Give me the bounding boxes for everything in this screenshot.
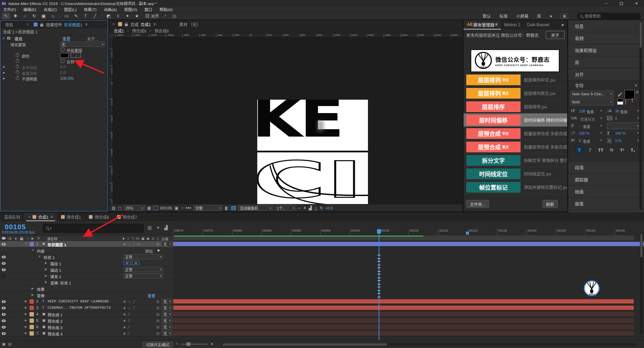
switches-column-icons[interactable]: ♣ ☼ ╲ fx ▦ ◉ ⊙ ◇ (122, 237, 160, 240)
timeline-horizontal-scrollbar[interactable] (221, 343, 637, 346)
layer-row[interactable]: ▶变换重置 (0, 292, 173, 298)
tab-close-icon[interactable]: × (26, 22, 29, 27)
toggle-switches-modes-button[interactable]: 切换开关/模式 (143, 342, 173, 347)
menu-item-动画(A)[interactable]: 动画(A) (104, 7, 117, 12)
graph-row[interactable] (173, 317, 644, 324)
composition-marker[interactable] (466, 232, 469, 235)
script-tab-脚本管理器[interactable]: AE脚本管理器 ≡ (464, 20, 501, 30)
property-twirl-icon[interactable]: ▶ (3, 77, 5, 80)
text-style-button-4[interactable]: T¹ (618, 146, 627, 154)
graph-row[interactable] (173, 279, 644, 286)
audio-column-icon[interactable]: ◁) (7, 236, 11, 240)
twirl-icon[interactable]: ▶ (45, 274, 47, 277)
graph-row[interactable] (173, 292, 644, 298)
property-value[interactable]: 0.0 (60, 65, 66, 69)
snap-option[interactable]: 对齐 ↗ ▧ (146, 13, 178, 19)
grid-guides-icon[interactable]: ▦ (147, 206, 151, 210)
character-menu-icon[interactable]: ≡ (635, 83, 637, 88)
eyedropper-icon[interactable] (617, 91, 623, 97)
workspace-tab-默认[interactable]: 默认 (483, 13, 491, 19)
solo-column-icon[interactable]: ● (15, 236, 17, 240)
text-style-button-1[interactable]: T (586, 146, 594, 154)
parent-dropdown[interactable]: 无▾ (162, 331, 172, 336)
effect-about-link[interactable]: 关于... (87, 36, 98, 42)
eye-icon[interactable] (2, 268, 6, 271)
baseline-shift-value[interactable]: 0 (579, 139, 581, 143)
layer-color-chip[interactable] (30, 299, 34, 304)
layer-name[interactable]: 形状图层 1 (48, 242, 66, 247)
maximize-button[interactable] (614, 0, 629, 7)
camera-view-dropdown[interactable]: 活动摄像机▾ (238, 205, 273, 211)
layer-row[interactable]: ▶路径 1⇄⇉ (0, 260, 173, 266)
workspace-tab-标准[interactable]: 标准 (499, 13, 507, 19)
layer-duration-bar[interactable] (173, 325, 634, 329)
font-size-caret[interactable]: ▾ (600, 109, 602, 112)
menu-item-编辑(E)[interactable]: 编辑(E) (23, 7, 36, 12)
layer-row[interactable]: ▶5▣预合成 2♣ ╱◎无▾ (0, 317, 173, 324)
clone-stamp-tool[interactable]: ◩ (105, 13, 113, 19)
property-value[interactable]: 100.0% (60, 76, 74, 81)
current-time-indicator-line[interactable] (379, 233, 379, 340)
eye-icon[interactable] (2, 313, 6, 316)
workspace-manager-icon[interactable]: ▦ (561, 13, 568, 19)
path-out-icon[interactable]: ⇉ (132, 261, 139, 265)
menu-item-合成(C)[interactable]: 合成(C) (44, 7, 57, 12)
graph-editor-icon[interactable]: ▟ (164, 225, 168, 230)
layer-row[interactable]: ▼内容添加:▶ (0, 247, 173, 254)
hand-tool[interactable]: ✚ (11, 13, 19, 19)
path-direction-icons[interactable]: ⇄⇉ (123, 261, 139, 265)
default-stroke-icon[interactable] (617, 102, 623, 105)
script-item-层时间偏移[interactable]: 层时间偏移层时间偏移 随机时间偏移.jsx (464, 113, 567, 127)
layer-color-chip[interactable] (30, 242, 34, 246)
eye-icon[interactable] (2, 319, 6, 322)
layer-name[interactable]: 效果 (37, 287, 45, 292)
graph-row[interactable] (173, 260, 644, 266)
nav-comp-合成1[interactable]: 合成1 (114, 28, 124, 34)
tab-close-icon[interactable]: × (28, 214, 31, 219)
tab-effect-controls[interactable]: 效果控件 (46, 22, 62, 28)
script-item-层层排序[interactable]: 层层排序层层排序.jsx (464, 100, 567, 113)
lock-column-icon[interactable] (20, 238, 23, 240)
zoom-in-mountain-icon[interactable]: ▲ (210, 341, 214, 345)
property-checkbox[interactable] (61, 48, 64, 51)
color-swatch[interactable] (60, 53, 69, 58)
parent-dropdown[interactable]: 无▾ (162, 318, 172, 323)
folder-button[interactable]: 文件夹... (466, 200, 489, 208)
graph-row[interactable] (173, 311, 644, 317)
property-twirl-icon[interactable]: ▶ (3, 65, 5, 68)
menu-item-窗口[interactable]: 窗口 (144, 7, 152, 12)
twirl-icon[interactable]: ▶ (45, 281, 47, 284)
sidebar-item-对齐[interactable]: 对齐 (568, 68, 644, 81)
layer-row[interactable]: ▶4▣预合成 1♣ ╱◎无▾ (0, 311, 173, 317)
zoom-out-mountain-icon[interactable]: ▲ (176, 342, 178, 345)
transform-reset-link[interactable]: 重置 (148, 293, 155, 298)
twirl-icon[interactable]: ▶ (45, 268, 47, 271)
script-item-层层排列[interactable]: 层层排列中文层层排列中文.jsx (464, 73, 567, 87)
leading-caret[interactable]: ▾ (637, 109, 639, 112)
twirl-icon[interactable]: ▶ (25, 332, 27, 335)
viewport[interactable]: KE CI (113, 38, 463, 204)
script-item-层层排列[interactable]: 层层排列英文层层排列英文.jsx (464, 87, 567, 100)
layer-color-chip[interactable] (30, 312, 34, 316)
type-tool[interactable]: T (82, 13, 90, 19)
twirl-icon[interactable]: ▼ (32, 249, 34, 252)
text-style-button-3[interactable]: Tt (607, 146, 616, 154)
pen-tool[interactable]: ✎ (72, 13, 80, 19)
time-ruler[interactable]: 0007000075000800008500090000950010000105… (173, 221, 644, 235)
blend-mode-dropdown[interactable]: 正常▾ (123, 273, 163, 279)
layer-row[interactable]: ▶变换: 形状 1 (0, 279, 173, 286)
layer-row[interactable]: ▶7▣预合成 4♣ ╱◎无▾ (0, 330, 173, 337)
pan-behind-tool[interactable]: ⌂ (49, 13, 57, 19)
horizontal-scale-caret[interactable]: ▾ (637, 131, 639, 135)
pickwhip-icon[interactable]: ◎ (156, 312, 160, 316)
layer-name[interactable]: 预合成 2 (48, 318, 62, 324)
eye-column-icon[interactable] (2, 237, 6, 240)
kerning-value[interactable]: 度量标准 (580, 116, 595, 122)
twirl-icon[interactable]: ▶ (32, 293, 34, 296)
eye-icon[interactable] (2, 326, 6, 329)
eye-icon[interactable] (2, 262, 6, 265)
stopwatch-icon[interactable] (16, 71, 19, 74)
parent-dropdown[interactable]: 无▾ (162, 241, 172, 247)
about-button[interactable]: 关于 (546, 31, 565, 39)
timeline-tab-预合成6[interactable]: 预合成6 (85, 212, 113, 221)
